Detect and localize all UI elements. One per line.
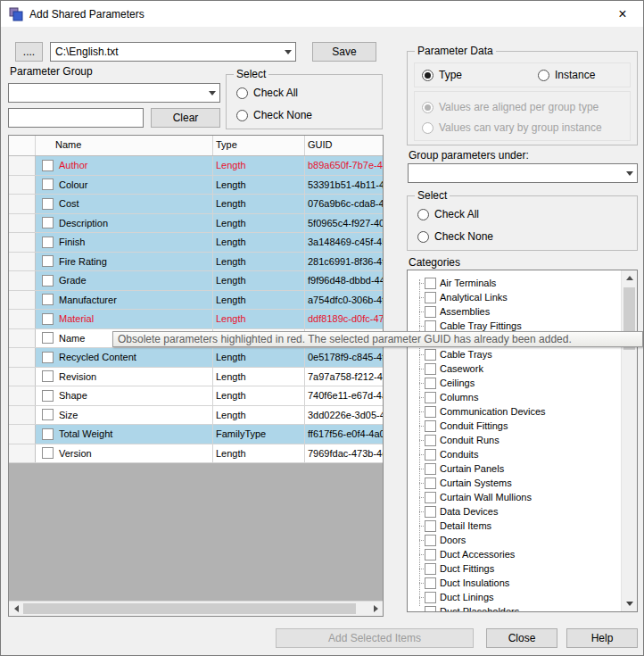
row-selector[interactable] xyxy=(9,214,36,233)
close-button[interactable]: Close xyxy=(486,628,557,648)
row-checkbox[interactable] xyxy=(42,313,54,325)
category-checkbox[interactable] xyxy=(425,477,436,489)
row-checkbox[interactable] xyxy=(42,198,54,210)
row-checkbox[interactable] xyxy=(42,255,54,267)
row-selector[interactable] xyxy=(9,406,36,425)
row-selector[interactable] xyxy=(9,444,36,463)
table-row[interactable]: CostLength076a9b6c-cda8-44ea xyxy=(9,195,383,214)
row-checkbox[interactable] xyxy=(42,179,54,190)
radio-icon[interactable] xyxy=(236,110,248,121)
clear-button[interactable]: Clear xyxy=(151,108,220,128)
category-checkbox[interactable] xyxy=(425,606,436,612)
row-checkbox[interactable] xyxy=(42,428,54,440)
radio-icon[interactable] xyxy=(422,70,433,81)
category-item[interactable]: Curtain Wall Mullions xyxy=(419,490,622,504)
table-row[interactable]: DescriptionLength5f0965c4-f927-407e- xyxy=(9,214,383,234)
category-checkbox[interactable] xyxy=(425,278,436,289)
type-option[interactable]: Type xyxy=(422,69,462,81)
table-row[interactable]: RevisionLength7a97a758-f212-4b3d xyxy=(9,368,383,387)
category-item[interactable]: Doors xyxy=(419,533,622,547)
row-selector[interactable] xyxy=(9,348,36,367)
help-button[interactable]: Help xyxy=(566,628,638,648)
table-row[interactable]: ShapeLength740f6e11-e67d-4ae7 xyxy=(9,386,383,406)
category-item[interactable]: Duct Linings xyxy=(419,590,622,604)
header-type[interactable]: Type xyxy=(213,136,305,155)
row-checkbox[interactable] xyxy=(42,390,54,402)
row-checkbox[interactable] xyxy=(42,447,54,459)
row-selector[interactable] xyxy=(9,271,36,290)
scroll-down-icon[interactable] xyxy=(622,596,637,611)
row-checkbox[interactable] xyxy=(42,409,54,420)
row-selector[interactable] xyxy=(9,310,36,328)
category-item[interactable]: Assemblies xyxy=(419,304,622,319)
table-row[interactable]: ColourLength53391b51-4b11-4e8a xyxy=(9,176,383,195)
category-item[interactable]: Curtain Systems xyxy=(419,476,622,490)
category-item[interactable]: Conduit Runs xyxy=(419,433,622,447)
scroll-up-icon[interactable] xyxy=(622,270,637,286)
row-checkbox[interactable] xyxy=(42,217,54,228)
table-row[interactable]: ManufacturerLengtha754dfc0-306b-4f5f-b xyxy=(9,291,383,311)
category-checkbox[interactable] xyxy=(425,306,436,318)
category-checkbox[interactable] xyxy=(425,506,436,518)
row-checkbox[interactable] xyxy=(42,352,54,363)
check-none-option-right[interactable]: Check None xyxy=(417,230,493,243)
table-row[interactable]: Fire RatingLength281c6991-8f36-4f34- xyxy=(9,253,383,272)
instance-option[interactable]: Instance xyxy=(538,69,595,81)
category-item[interactable]: Ceilings xyxy=(419,376,622,390)
browse-button[interactable]: .... xyxy=(15,42,43,62)
check-all-option-right[interactable]: Check All xyxy=(417,208,479,220)
chevron-down-icon[interactable] xyxy=(205,84,219,102)
check-all-option-left[interactable]: Check All xyxy=(236,87,298,99)
scroll-left-icon[interactable] xyxy=(9,602,23,616)
row-selector[interactable] xyxy=(9,329,36,348)
table-horizontal-scrollbar[interactable] xyxy=(9,601,383,616)
filter-input[interactable] xyxy=(8,108,144,128)
category-item[interactable]: Columns xyxy=(419,390,622,404)
row-checkbox[interactable] xyxy=(42,332,54,344)
row-selector[interactable] xyxy=(9,425,36,444)
category-checkbox[interactable] xyxy=(425,378,436,389)
row-checkbox[interactable] xyxy=(42,294,54,305)
category-checkbox[interactable] xyxy=(425,449,436,461)
close-icon[interactable]: × xyxy=(602,1,643,27)
category-item[interactable]: Communication Devices xyxy=(419,404,622,419)
table-row[interactable]: FinishLength3a148469-c45f-458a xyxy=(9,233,383,253)
row-checkbox[interactable] xyxy=(42,370,54,382)
header-name[interactable]: Name xyxy=(36,136,213,155)
save-button[interactable]: Save xyxy=(312,42,376,62)
radio-icon[interactable] xyxy=(417,209,429,220)
category-checkbox[interactable] xyxy=(425,363,436,375)
category-item[interactable]: Curtain Panels xyxy=(419,461,622,476)
header-guid[interactable]: GUID xyxy=(305,136,383,155)
file-path-combobox[interactable]: C:\English.txt xyxy=(50,42,296,62)
chevron-down-icon[interactable] xyxy=(623,164,637,182)
row-selector[interactable] xyxy=(9,386,36,405)
category-checkbox[interactable] xyxy=(425,535,436,546)
row-selector[interactable] xyxy=(9,156,36,175)
table-row[interactable]: SizeLength3dd0226e-3d05-402a xyxy=(9,406,383,426)
category-checkbox[interactable] xyxy=(425,420,436,432)
category-checkbox[interactable] xyxy=(425,463,436,475)
category-checkbox[interactable] xyxy=(425,592,436,603)
radio-icon[interactable] xyxy=(417,231,429,243)
category-checkbox[interactable] xyxy=(425,549,436,561)
category-item[interactable]: Duct Fittings xyxy=(419,561,622,576)
add-selected-items-button[interactable]: Add Selected Items xyxy=(276,628,474,648)
category-item[interactable]: Duct Placeholders xyxy=(419,604,622,611)
category-item[interactable]: Conduit Fittings xyxy=(419,419,622,433)
category-checkbox[interactable] xyxy=(425,492,436,503)
category-item[interactable]: Conduits xyxy=(419,447,622,461)
radio-icon[interactable] xyxy=(538,70,549,81)
row-checkbox[interactable] xyxy=(42,275,54,286)
category-item[interactable]: Analytical Links xyxy=(419,290,622,304)
categories-scrollbar[interactable] xyxy=(621,270,637,611)
category-item[interactable]: Duct Insulations xyxy=(419,576,622,590)
row-checkbox[interactable] xyxy=(42,160,54,171)
category-item[interactable]: Duct Accessories xyxy=(419,547,622,561)
parameter-group-dropdown[interactable] xyxy=(8,83,220,103)
category-checkbox[interactable] xyxy=(425,563,436,575)
category-checkbox[interactable] xyxy=(425,292,436,303)
row-selector[interactable] xyxy=(9,368,36,386)
category-checkbox[interactable] xyxy=(425,349,436,361)
row-selector[interactable] xyxy=(9,291,36,310)
